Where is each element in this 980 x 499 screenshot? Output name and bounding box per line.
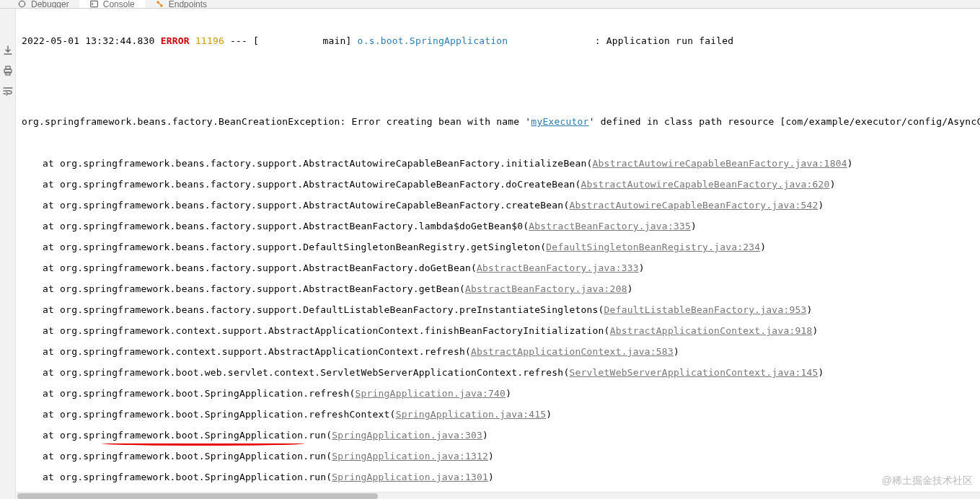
stack-frame: at org.springframework.beans.factory.sup…: [22, 299, 974, 320]
log-message: Application run failed: [606, 35, 734, 46]
stack-frame: at org.springframework.beans.factory.sup…: [22, 237, 974, 257]
stack-frame: at org.springframework.beans.factory.sup…: [22, 174, 974, 195]
bug-icon: [17, 0, 27, 9]
source-link[interactable]: AbstractBeanFactory.java:208: [465, 283, 627, 294]
tab-debugger[interactable]: Debugger: [7, 0, 79, 9]
source-link[interactable]: ServletWebServerApplicationContext.java:…: [569, 367, 818, 378]
tool-window-tabs: Debugger Console Endpoints: [0, 0, 980, 9]
stack-frame: at org.springframework.beans.factory.sup…: [22, 153, 974, 174]
download-icon[interactable]: [2, 45, 14, 56]
console-icon: [89, 0, 99, 9]
stack-frame: at org.springframework.beans.factory.sup…: [22, 278, 974, 299]
bean-link[interactable]: myExecutor: [531, 116, 588, 127]
source-link[interactable]: AbstractBeanFactory.java:333: [477, 262, 639, 273]
thread-name: main: [259, 35, 345, 46]
stack-frame: at org.springframework.beans.factory.sup…: [22, 195, 974, 216]
stack-frame: at org.springframework.boot.web.servlet.…: [22, 362, 974, 383]
source-link[interactable]: AbstractAutowireCapableBeanFactory.java:…: [593, 158, 847, 169]
source-link[interactable]: DefaultSingletonBeanRegistry.java:234: [546, 242, 760, 252]
log-line: 2022-05-01 13:32:44.830 ERROR 11196 --- …: [22, 34, 974, 48]
source-link[interactable]: DefaultListableBeanFactory.java:953: [604, 304, 807, 315]
console-gutter: [0, 9, 16, 499]
source-link[interactable]: AbstractApplicationContext.java:583: [471, 346, 674, 357]
print-icon[interactable]: [2, 65, 14, 76]
logger-name: o.s.boot.SpringApplication: [358, 35, 508, 46]
exception-header: org.springframework.beans.factory.BeanCr…: [22, 111, 974, 132]
source-link[interactable]: SpringApplication.java:303: [332, 430, 482, 441]
stack-frame: at org.springframework.boot.SpringApplic…: [22, 446, 974, 467]
stack-frame: at org.springframework.boot.SpringApplic…: [22, 467, 974, 487]
scroll-thumb[interactable]: [17, 493, 378, 499]
stack-frame: at org.springframework.beans.factory.sup…: [22, 257, 974, 278]
svg-rect-3: [90, 1, 97, 6]
horizontal-scrollbar[interactable]: [16, 492, 980, 499]
stack-frame: at org.springframework.boot.SpringApplic…: [22, 404, 974, 425]
source-link[interactable]: AbstractAutowireCapableBeanFactory.java:…: [569, 200, 818, 211]
pid: 11196: [195, 35, 224, 46]
endpoints-icon: [155, 0, 164, 9]
source-link[interactable]: SpringApplication.java:740: [355, 388, 506, 399]
wrap-icon[interactable]: [2, 85, 14, 97]
source-link[interactable]: SpringApplication.java:1301: [332, 472, 488, 482]
source-link[interactable]: AbstractBeanFactory.java:335: [529, 221, 691, 231]
stack-frame: at org.springframework.context.support.A…: [22, 320, 974, 341]
tab-label: Console: [103, 0, 135, 9]
svg-rect-8: [6, 66, 10, 69]
tab-label: Endpoints: [169, 0, 207, 9]
svg-point-0: [19, 1, 25, 6]
stack-frame: at org.springframework.boot.SpringApplic…: [22, 425, 974, 446]
source-link[interactable]: AbstractApplicationContext.java:918: [610, 325, 813, 336]
source-link[interactable]: AbstractAutowireCapableBeanFactory.java:…: [581, 179, 829, 190]
blank-line: [22, 69, 974, 90]
source-link[interactable]: SpringApplication.java:415: [396, 409, 547, 420]
svg-line-6: [159, 3, 161, 5]
tab-endpoints[interactable]: Endpoints: [145, 0, 217, 9]
stack-frame: at org.springframework.boot.SpringApplic…: [22, 383, 974, 404]
tab-console[interactable]: Console: [79, 0, 145, 9]
stack-frame: at org.springframework.context.support.A…: [22, 341, 974, 362]
log-level: ERROR: [161, 35, 190, 46]
console-output[interactable]: 2022-05-01 13:32:44.830 ERROR 11196 --- …: [16, 9, 980, 499]
timestamp: 2022-05-01 13:32:44.830: [22, 35, 155, 46]
source-link[interactable]: SpringApplication.java:1312: [332, 451, 488, 462]
stack-frame: at org.springframework.beans.factory.sup…: [22, 216, 974, 237]
tab-label: Debugger: [31, 0, 69, 9]
watermark: @稀土掘金技术社区: [882, 474, 973, 487]
svg-rect-9: [6, 72, 10, 75]
